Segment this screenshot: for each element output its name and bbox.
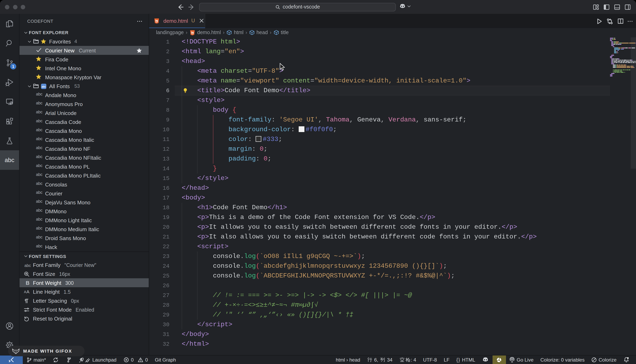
setting-row-font-family[interactable]: abcFont Family "Courier New" (20, 260, 149, 269)
tree-item-arial-unicode[interactable]: abcArial Unicode (20, 108, 149, 118)
color-swatch[interactable] (299, 126, 304, 132)
customize-layout-icon[interactable] (592, 3, 600, 11)
activity-bar-item-accounts[interactable] (0, 316, 19, 336)
window-close-button[interactable] (5, 5, 9, 9)
tab-demo-html[interactable]: demo.html U (149, 14, 205, 28)
window-minimize-button[interactable] (13, 5, 17, 9)
minimap-line (631, 62, 632, 63)
tree-item-anonymous-pro[interactable]: abcAnonymous Pro (20, 100, 149, 108)
breadcrumb-landingpage[interactable]: landingpage (156, 30, 184, 35)
tree-item-cascadia-mono-nfitalic[interactable]: abcCascadia Mono NFItalic (20, 153, 149, 162)
setting-row-font-size[interactable]: Font Size 16px (20, 269, 149, 278)
activity-bar-item-search[interactable] (0, 33, 19, 53)
toggle-secondary-sidebar-icon[interactable] (623, 3, 632, 11)
status-notifications[interactable] (620, 355, 633, 364)
tree-item-all-fonts[interactable]: abcAll Fonts53 (20, 82, 149, 90)
star-filled-icon[interactable] (136, 47, 142, 54)
minimap-line (617, 69, 618, 70)
activity-bar-item-run-and-debug[interactable] (0, 72, 19, 92)
toggle-primary-sidebar-icon[interactable] (602, 3, 610, 11)
tree-item-cascadia-mono-pl[interactable]: abcCascadia Mono PL (20, 162, 149, 171)
tree-item-consolas[interactable]: abcConsolas (20, 180, 149, 189)
tree-item-favorites[interactable]: Favorites4 (20, 37, 149, 46)
forward-arrow-icon[interactable] (187, 2, 196, 12)
tree-item-cascadia-mono-italic[interactable]: abcCascadia Mono Italic (20, 135, 149, 144)
setting-row-font-weight[interactable]: BFont Weight 300 (20, 278, 149, 287)
token-tag: </p> (521, 233, 537, 240)
back-arrow-icon[interactable] (176, 2, 185, 12)
tree-item-monaspace-krypton-var[interactable]: Monaspace Krypton Var (20, 73, 149, 82)
code-editor[interactable]: 1<!DOCTYPE html>2<html lang="en">3<head>… (149, 37, 636, 355)
tree-item-courier-new[interactable]: Courier New Current (20, 46, 149, 55)
status-eol[interactable]: LF (440, 355, 453, 364)
activity-bar-item-explorer[interactable] (0, 14, 19, 33)
section-header-font-explorer[interactable]: FONT EXPLORER (20, 28, 149, 37)
setting-row-line-height[interactable]: AALine Height 1.5 (20, 287, 149, 296)
status-breadcrumb-path[interactable]: html › head (332, 355, 364, 364)
tree-item-droid-sans-mono[interactable]: abcDroid Sans Mono (20, 234, 149, 242)
status-indentation[interactable]: : 4 (396, 355, 420, 364)
token-num: 0 (264, 155, 267, 162)
tree-item-cascadia-code[interactable]: abcCascadia Code (20, 118, 149, 126)
setting-row-letter-spacing[interactable]: Letter Spacing 0px (20, 296, 149, 305)
activity-bar-item-extensions[interactable] (0, 111, 19, 131)
copilot-menu-button[interactable] (399, 3, 411, 10)
ellipsis-icon[interactable] (625, 17, 634, 26)
status-encoding[interactable]: UTF-8 (420, 355, 440, 364)
minimap-line (619, 64, 621, 65)
status-colorize-toggle[interactable]: Colorize (588, 355, 620, 364)
status-colorize-variables[interactable]: Colorize: 0 variables (537, 355, 588, 364)
activity-bar-item-testing[interactable] (0, 131, 19, 150)
activity-bar-item-source-control[interactable]: 1 (0, 53, 19, 72)
tree-item-courier[interactable]: abcCourier (20, 189, 149, 198)
breadcrumb-html[interactable]: html (227, 30, 243, 35)
tree-item-cascadia-mono-plitalic[interactable]: abcCascadia Mono PLItalic (20, 171, 149, 180)
abc-icon: abc (36, 199, 43, 204)
tree-item-andale-mono[interactable]: abcAndale Mono (20, 90, 149, 100)
status-git-graph[interactable]: Git Graph (151, 355, 179, 364)
tree-item-dmmono[interactable]: abcDMMono (20, 207, 149, 216)
status-problems[interactable]: 00 (120, 355, 151, 364)
lightbulb-icon[interactable] (182, 86, 189, 96)
run-icon[interactable] (594, 17, 603, 26)
activity-bar-item-codefont[interactable]: abc (0, 150, 19, 170)
breadcrumb-demo-html[interactable]: demo.html (189, 30, 221, 36)
command-center-search[interactable]: codefont-vscode (199, 3, 396, 11)
status-commit-graph[interactable] (62, 355, 75, 364)
split-editor-icon[interactable] (616, 17, 625, 26)
minimap[interactable] (610, 37, 636, 355)
code-line-6: <title>Code Font Demo</title> (182, 86, 310, 96)
tree-item-cascadia-mono-nf[interactable]: abcCascadia Mono NF (20, 144, 149, 153)
activity-bar-item-remote-explorer[interactable] (0, 92, 19, 111)
code-line-4: <meta charset="UTF-8"> (182, 66, 283, 76)
status-git-branch[interactable]: main* (23, 355, 49, 364)
tree-item-intel-one-mono[interactable]: Intel One Mono (20, 64, 149, 73)
toggle-panel-icon[interactable] (613, 3, 621, 11)
close-icon[interactable] (199, 18, 205, 24)
status-extension-status[interactable] (492, 355, 506, 364)
tree-item-hack[interactable]: abcHack (20, 242, 149, 252)
tree-item-fira-code[interactable]: Fira Code (20, 55, 149, 64)
setting-row-strict-font-mode[interactable]: Strict Font Mode Enabled (20, 305, 149, 314)
open-changes-icon[interactable] (605, 17, 614, 26)
sidebar-more-actions-button[interactable] (135, 18, 144, 25)
tree-item-dmmono-light-italic[interactable]: abcDMMono Light Italic (20, 216, 149, 225)
minimap-slider[interactable] (631, 38, 636, 168)
status-sync[interactable] (49, 355, 62, 364)
tree-item-cascadia-mono[interactable]: abcCascadia Mono (20, 126, 149, 135)
breadcrumb-title[interactable]: title (274, 30, 289, 35)
tree-item-dejavu-sans-mono[interactable]: abcDejaVu Sans Mono (20, 198, 149, 207)
status-launchpad[interactable]: Launchpad (75, 355, 120, 364)
status-cursor-position[interactable]: 6, 34 (364, 355, 396, 364)
status-go-live[interactable]: Go Live (506, 355, 537, 364)
window-zoom-button[interactable] (21, 5, 25, 9)
breadcrumb-head[interactable]: head (249, 30, 268, 35)
color-swatch[interactable] (256, 136, 262, 142)
tree-item-dmmono-medium-italic[interactable]: abcDMMono Medium Italic (20, 225, 149, 234)
setting-row-reset-to-original[interactable]: Reset to Original (20, 314, 149, 323)
status-copilot-status[interactable] (479, 355, 492, 364)
line-number: 23 (149, 252, 170, 261)
status-remote-indicator[interactable] (0, 355, 23, 364)
status-language-mode[interactable]: {}HTML (453, 355, 479, 364)
section-header-font-settings[interactable]: FONT SETTINGS (20, 252, 149, 260)
